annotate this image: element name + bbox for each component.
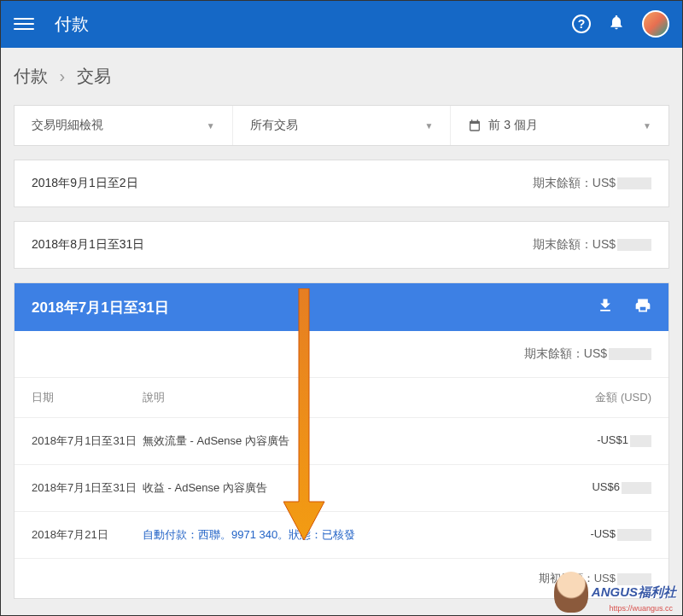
cell-desc: 收益 - AdSense 內容廣告 [143,480,549,496]
col-desc-header: 說明 [143,390,549,405]
filter-type[interactable]: 所有交易 ▼ [233,106,452,145]
filters-bar: 交易明細檢視 ▼ 所有交易 ▼ 前 3 個月 ▼ [14,105,669,146]
cell-desc-link[interactable]: 自動付款：西聯。9971 340。狀態：已核發 [143,527,549,543]
notifications-icon[interactable] [608,14,625,34]
table-row: 2018年7月21日 自動付款：西聯。9971 340。狀態：已核發 -US$ [15,512,668,559]
menu-icon[interactable] [14,14,34,34]
filter-view[interactable]: 交易明細檢視 ▼ [15,106,233,145]
watermark: ANGUS福利社 https://wuangus.cc [554,572,676,613]
chevron-down-icon: ▼ [424,121,433,131]
period-card[interactable]: 2018年8月1日至31日 期末餘額：US$ [14,221,669,269]
balance-label: 期末餘額：US$ [533,237,651,253]
cell-amount: -US$ [549,527,651,541]
download-icon[interactable] [597,297,614,317]
period-label: 2018年9月1日至2日 [32,176,138,191]
period-card[interactable]: 2018年9月1日至2日 期末餘額：US$ [14,160,669,207]
table-header: 日期 說明 金額 (USD) [15,378,668,418]
cell-amount: -US$1 [549,433,651,447]
table-row: 2018年7月1日至31日 收益 - AdSense 內容廣告 US$6 [15,465,668,512]
cell-date: 2018年7月21日 [32,527,143,543]
col-amount-header: 金額 (USD) [549,390,651,405]
chevron-down-icon: ▼ [207,121,215,131]
breadcrumb-root[interactable]: 付款 [14,67,48,85]
cell-date: 2018年7月1日至31日 [32,433,143,449]
cell-amount: US$6 [549,480,651,494]
col-date-header: 日期 [32,390,143,405]
watermark-text: ANGUS福利社 [592,584,676,601]
expanded-period-card: 2018年7月1日至31日 期末餘額：US$ 日期 說明 金額 (USD) 20… [14,282,669,599]
avatar[interactable] [642,10,669,38]
period-label: 2018年8月1日至31日 [32,237,144,253]
cell-date: 2018年7月1日至31日 [32,480,143,496]
chevron-right-icon: › [60,67,66,85]
balance-label: 期末餘額：US$ [533,176,651,191]
table-row: 2018年7月1日至31日 無效流量 - AdSense 內容廣告 -US$1 [15,418,668,465]
breadcrumb: 付款 › 交易 [0,48,683,105]
expanded-period-title: 2018年7月1日至31日 [32,298,169,317]
watermark-url: https://wuangus.cc [609,604,673,613]
summary-balance: 期末餘額：US$ [15,331,668,378]
chevron-down-icon: ▼ [643,121,651,131]
header-title: 付款 [55,13,572,36]
cell-desc: 無效流量 - AdSense 內容廣告 [143,433,549,449]
help-icon[interactable]: ? [572,15,591,33]
filter-date-range[interactable]: 前 3 個月 ▼ [451,106,668,145]
watermark-mascot [554,572,588,613]
breadcrumb-current: 交易 [77,67,111,85]
calendar-icon [468,119,482,132]
print-icon[interactable] [634,297,651,317]
